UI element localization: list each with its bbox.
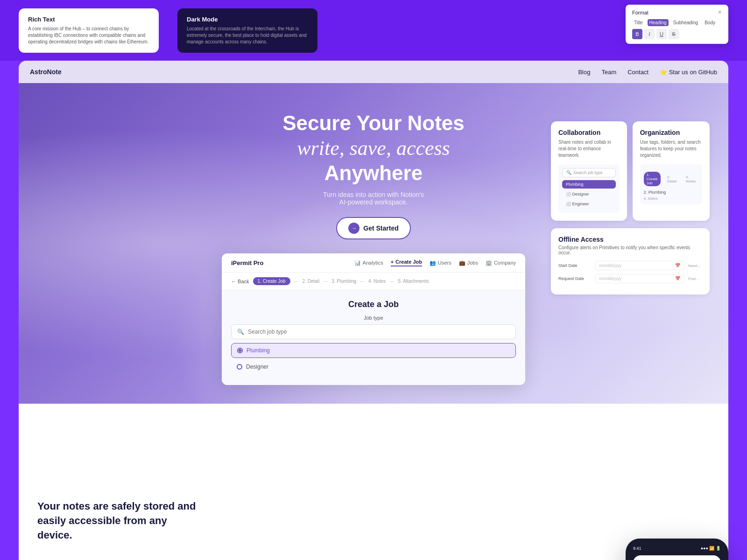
option-plumbing[interactable]: Plumbing xyxy=(231,343,516,358)
jobs-icon: 💼 xyxy=(459,260,465,266)
rich-text-title: Rich Text xyxy=(28,16,149,23)
bottom-section: Your notes are safely stored and easily … xyxy=(19,481,728,560)
top-section: Rich Text A core mission of the Hub – to… xyxy=(0,0,747,61)
step-2[interactable]: 2. Detail xyxy=(303,279,320,284)
cta-label: Get Started xyxy=(363,224,398,232)
start-date-input[interactable]: mm/dd/yyyy 📅 xyxy=(595,261,684,270)
hero-sub2: AI-powered workspace. xyxy=(339,198,408,206)
offline-access-card: Offline Access Configure alerts on Primi… xyxy=(551,228,710,294)
strikethrough-button[interactable]: S xyxy=(669,29,679,39)
format-opt-body[interactable]: Body xyxy=(703,19,717,26)
nav-github[interactable]: ⭐ Star us on GitHub xyxy=(660,69,717,76)
step-5[interactable]: 5. Attachments xyxy=(398,279,429,284)
main-content: AstroNote Blog Team Contact ⭐ Star us on… xyxy=(19,61,728,481)
divider-3: — xyxy=(360,279,365,284)
phone-time: 9:41 xyxy=(633,546,641,551)
format-card-header: Format ✕ xyxy=(632,9,722,15)
start-date-row: Start Date mm/dd/yyyy 📅 Need... xyxy=(558,261,702,270)
ipermit-header: iPermit Pro 📊 Analytics + Create Job 👥 U… xyxy=(222,253,525,273)
phone-signal-icon: ●●● 📶 🔋 xyxy=(701,546,721,551)
format-opt-title[interactable]: Title xyxy=(632,19,645,26)
divider-1: — xyxy=(294,279,299,284)
back-button[interactable]: ← Back xyxy=(231,279,249,284)
users-icon: 👥 xyxy=(430,260,436,266)
dark-mode-body: Located at the crossroads of the Interch… xyxy=(187,26,308,45)
nav-blog[interactable]: Blog xyxy=(578,69,590,76)
bottom-tagline: Your notes are safely stored and easily … xyxy=(37,499,201,542)
calendar-icon: 📅 xyxy=(675,263,680,268)
option-designer[interactable]: Designer xyxy=(231,360,516,374)
start-date-extra: Need... xyxy=(688,264,702,268)
hero-sub1: Turn ideas into action with Notion's xyxy=(323,191,424,198)
navbar: AstroNote Blog Team Contact ⭐ Star us on… xyxy=(19,61,728,83)
radio-plumbing xyxy=(237,348,243,353)
hero-title-line3: Anywhere xyxy=(324,161,423,184)
nav-users[interactable]: 👥 Users xyxy=(430,260,451,266)
ipermit-body: Create a Job Job type 🔍 Plumbing Designe… xyxy=(222,290,525,385)
step-4[interactable]: 4. Notes xyxy=(368,279,386,284)
phone-screen: ‹ Folders ⊕ All iCloud 🔍 Search 🎤 Today … xyxy=(633,555,721,560)
bold-button[interactable]: B xyxy=(632,29,642,39)
request-date-row: Request Date mm/dd/yyyy 📅 Post... xyxy=(558,274,702,283)
phone-status-bar: 9:41 ●●● 📶 🔋 xyxy=(633,546,721,551)
cta-arrow-icon: → xyxy=(348,223,359,234)
create-job-title: Create a Job xyxy=(231,300,516,309)
dark-mode-card: Dark Mode Located at the crossroads of t… xyxy=(177,8,317,53)
underline-button[interactable]: U xyxy=(656,29,667,39)
phone-nav-header: ‹ Folders ⊕ xyxy=(633,555,721,560)
hero-subtitle: Turn ideas into action with Notion's AI-… xyxy=(37,191,710,206)
job-type-label: Job type xyxy=(231,315,516,321)
request-date-input[interactable]: mm/dd/yyyy 📅 xyxy=(595,274,684,283)
nav-company[interactable]: 🏢 Company xyxy=(486,260,516,266)
format-card: Format ✕ Title Heading Subheading Body B… xyxy=(626,5,728,44)
search-wrapper: 🔍 xyxy=(231,324,516,339)
nav-jobs[interactable]: 💼 Jobs xyxy=(459,260,478,266)
request-date-label: Request Date xyxy=(558,276,591,281)
ipermit-logo: iPermit Pro xyxy=(231,259,263,266)
hero-title: Secure Your Notes write, save, access An… xyxy=(37,111,710,185)
nav-contact[interactable]: Contact xyxy=(627,69,648,76)
format-bold-row: B I U S xyxy=(632,29,722,39)
format-opt-subheading[interactable]: Subheading xyxy=(671,19,700,26)
offline-title: Offline Access xyxy=(558,236,702,243)
get-started-button[interactable]: → Get Started xyxy=(336,217,410,239)
option-plumbing-label: Plumbing xyxy=(247,347,270,354)
request-date-extra: Post... xyxy=(688,277,702,281)
divider-4: — xyxy=(389,279,394,284)
format-opt-heading[interactable]: Heading xyxy=(648,19,669,26)
hero-title-line1: Secure Your Notes xyxy=(282,112,465,134)
format-close-icon[interactable]: ✕ xyxy=(718,9,722,15)
start-date-placeholder: mm/dd/yyyy xyxy=(599,263,621,268)
navbar-logo: AstroNote xyxy=(30,68,62,76)
option-designer-label: Designer xyxy=(246,364,268,370)
request-date-placeholder: mm/dd/yyyy xyxy=(599,276,621,281)
nav-analytics[interactable]: 📊 Analytics xyxy=(354,260,383,266)
format-label: Format xyxy=(632,10,648,15)
rich-text-card: Rich Text A core mission of the Hub – to… xyxy=(19,8,159,53)
step-1[interactable]: 1. Create Job xyxy=(253,277,290,285)
company-icon: 🏢 xyxy=(486,260,492,266)
search-input[interactable] xyxy=(248,329,510,335)
ipermit-card: iPermit Pro 📊 Analytics + Create Job 👥 U… xyxy=(222,253,525,385)
dark-mode-title: Dark Mode xyxy=(187,16,308,23)
divider-2: — xyxy=(323,279,328,284)
offline-text: Configure alerts on Primitives to notify… xyxy=(558,245,702,255)
step-3[interactable]: 3. Plumbing xyxy=(331,279,356,284)
start-date-label: Start Date xyxy=(558,263,591,268)
radio-designer xyxy=(237,364,242,370)
search-icon: 🔍 xyxy=(237,329,244,335)
format-options: Title Heading Subheading Body xyxy=(632,19,722,26)
plus-icon: + xyxy=(391,259,394,265)
ipermit-nav: 📊 Analytics + Create Job 👥 Users 💼 Jobs xyxy=(354,259,516,266)
calendar-icon-2: 📅 xyxy=(675,276,680,281)
rich-text-body: A core mission of the Hub – to connect c… xyxy=(28,26,149,45)
navbar-links: Blog Team Contact ⭐ Star us on GitHub xyxy=(578,69,717,76)
italic-button[interactable]: I xyxy=(644,29,655,39)
nav-create-job[interactable]: + Create Job xyxy=(391,259,422,266)
analytics-icon: 📊 xyxy=(354,260,361,266)
phone-mockup: 9:41 ●●● 📶 🔋 ‹ Folders ⊕ All iCloud 🔍 Se… xyxy=(626,539,728,560)
nav-team[interactable]: Team xyxy=(601,69,616,76)
hero-title-line2: write, save, access xyxy=(297,137,450,160)
ipermit-breadcrumb: ← Back 1. Create Job — 2. Detail — 3. Pl… xyxy=(222,273,525,290)
